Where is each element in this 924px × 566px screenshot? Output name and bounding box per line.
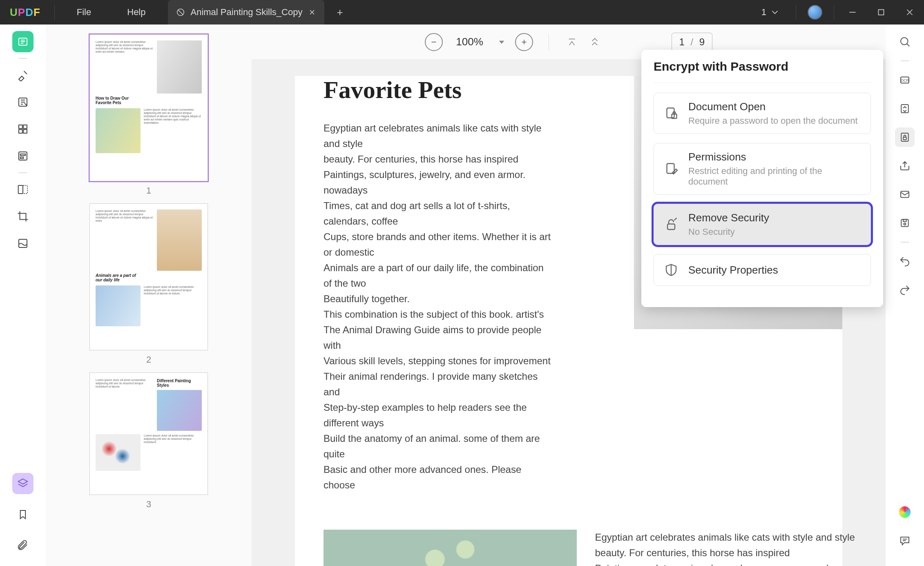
doc-line: beauty. For centuries, this horse has in… xyxy=(595,545,828,561)
option-desc: No Security xyxy=(688,227,769,237)
encrypt-panel: Encrypt with Password Document Open Requ… xyxy=(641,50,883,307)
bookmark-button[interactable] xyxy=(12,504,33,525)
titlebar: U P D F File Help Animal Painting Skills… xyxy=(0,0,924,25)
email-button[interactable] xyxy=(895,185,915,204)
comment-panel-button[interactable] xyxy=(895,531,915,550)
flower-icon xyxy=(897,505,912,519)
redo-button[interactable] xyxy=(895,280,915,300)
security-option-document-open[interactable]: Document Open Require a password to open… xyxy=(654,93,871,134)
tab-close-button[interactable] xyxy=(308,8,316,16)
thumbnail-panel[interactable]: Lorem ipsum dolor sit amet consectetur a… xyxy=(46,25,252,566)
undo-button[interactable] xyxy=(895,252,915,271)
first-page-button[interactable] xyxy=(565,35,579,49)
prev-page-button[interactable] xyxy=(587,35,602,49)
zoom-in-button[interactable] xyxy=(515,33,533,51)
divider xyxy=(834,5,834,20)
window-minimize-button[interactable] xyxy=(838,0,867,25)
security-option-properties[interactable]: Security Properties xyxy=(654,254,871,286)
security-option-remove-security[interactable]: Remove Security No Security xyxy=(654,204,871,245)
convert-button[interactable] xyxy=(895,99,915,118)
crop-tool-button[interactable] xyxy=(12,206,33,227)
svg-rect-19 xyxy=(20,157,24,159)
svg-rect-18 xyxy=(20,154,26,156)
logo-letter: D xyxy=(25,6,33,19)
new-tab-button[interactable]: + xyxy=(324,6,355,19)
divider xyxy=(901,242,909,243)
reader-mode-button[interactable] xyxy=(12,31,33,52)
zoom-dropdown[interactable] xyxy=(496,37,507,47)
svg-line-47 xyxy=(674,218,677,220)
share-button[interactable] xyxy=(895,156,915,176)
page-indicator[interactable]: 1 / 9 xyxy=(672,33,712,51)
highlight-tool-button[interactable] xyxy=(12,65,33,86)
svg-rect-39 xyxy=(903,219,906,221)
svg-rect-46 xyxy=(667,224,675,230)
divider xyxy=(19,58,27,59)
document-tab[interactable]: Animal Painting Skills_Copy xyxy=(168,0,325,25)
divider xyxy=(19,172,27,173)
thumb-heading: our daily life xyxy=(96,278,202,282)
menu-file[interactable]: File xyxy=(59,0,109,25)
document-paragraph-block-2: Egyptian art celebrates animals like cat… xyxy=(595,530,828,566)
doc-line: Various skill levels, stepping stones fo… xyxy=(324,353,552,369)
thumbnail-number: 1 xyxy=(89,185,208,196)
svg-rect-5 xyxy=(879,10,884,15)
doc-line: The Animal Drawing Guide aims to provide… xyxy=(324,322,552,353)
window-maximize-button[interactable] xyxy=(867,0,895,25)
redact-tool-button[interactable] xyxy=(12,233,33,254)
option-desc: Restrict editing and printing of the doc… xyxy=(688,166,862,187)
thumbnail-preview: Lorem ipsum dolor sit amet consectetur a… xyxy=(89,34,208,181)
thumb-heading: Styles xyxy=(157,383,202,388)
thumb-heading: Animals are a part of xyxy=(96,273,202,278)
logo-letter: U xyxy=(10,6,18,19)
attachment-button[interactable] xyxy=(12,535,33,556)
divider xyxy=(549,34,549,50)
svg-rect-15 xyxy=(19,129,22,133)
document-paragraph-block-1: Egyptian art celebrates animals like cat… xyxy=(324,120,552,493)
thumbnail-item[interactable]: Lorem ipsum dolor sit amet consectetur a… xyxy=(89,203,208,365)
doc-line: This combination is the subject of this … xyxy=(324,307,552,322)
svg-point-29 xyxy=(901,38,908,45)
form-tool-button[interactable] xyxy=(12,145,33,167)
doc-line: Cups, store brands and other items. Whet… xyxy=(324,229,552,260)
svg-line-30 xyxy=(907,44,909,46)
window-count-dropdown[interactable]: 1 xyxy=(750,7,792,18)
svg-rect-16 xyxy=(23,129,27,133)
document-pen-icon xyxy=(663,161,679,177)
svg-rect-13 xyxy=(19,125,22,129)
encrypt-panel-title: Encrypt with Password xyxy=(654,60,871,83)
thumbnail-preview: Lorem ipsum dolor sit amet consectetur a… xyxy=(89,372,208,495)
svg-rect-20 xyxy=(18,185,23,194)
thumbnail-number: 3 xyxy=(89,499,208,510)
doc-line: Step-by-step examples to help readers se… xyxy=(324,400,552,431)
security-option-permissions[interactable]: Permissions Restrict editing and printin… xyxy=(654,143,871,195)
layers-button[interactable] xyxy=(12,473,33,494)
protect-button[interactable] xyxy=(895,127,915,147)
thumb-heading: Favorite Pets xyxy=(96,100,202,105)
search-button[interactable] xyxy=(895,32,915,51)
tab-title: Animal Painting Skills_Copy xyxy=(191,7,303,18)
compare-tool-button[interactable] xyxy=(12,179,33,200)
zoom-out-button[interactable] xyxy=(425,33,443,51)
ocr-button[interactable]: OCR xyxy=(895,70,915,90)
doc-line: beauty. For centuries, this horse has in… xyxy=(324,152,552,167)
user-avatar[interactable] xyxy=(808,5,822,20)
window-close-button[interactable] xyxy=(895,0,924,25)
doc-line: Egyptian art celebrates animals like cat… xyxy=(595,530,828,545)
option-label: Security Properties xyxy=(688,264,778,276)
shield-icon xyxy=(663,262,679,278)
thumbnail-item[interactable]: Lorem ipsum dolor sit amet consectetur a… xyxy=(89,34,208,196)
thumbnail-item[interactable]: Lorem ipsum dolor sit amet consectetur a… xyxy=(89,372,208,510)
menu-help[interactable]: Help xyxy=(109,0,163,25)
page-organize-button[interactable] xyxy=(12,118,33,140)
divider xyxy=(796,5,796,20)
save-as-button[interactable] xyxy=(895,213,915,233)
edit-text-button[interactable] xyxy=(12,91,33,113)
option-label: Permissions xyxy=(688,151,862,163)
app-logo: U P D F xyxy=(0,6,50,19)
option-label: Document Open xyxy=(688,100,858,113)
ai-assistant-button[interactable] xyxy=(895,502,915,522)
svg-marker-23 xyxy=(18,479,28,484)
image-decor xyxy=(374,530,526,566)
option-label: Remove Security xyxy=(688,212,769,224)
